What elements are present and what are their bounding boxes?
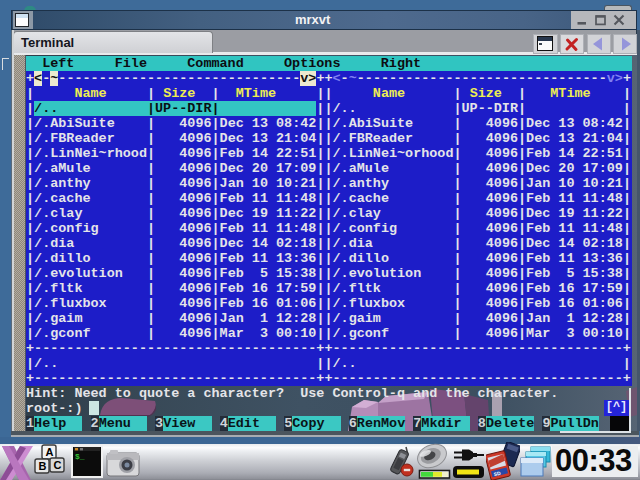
- svg-text:C: C: [54, 459, 62, 471]
- svg-text:$_: $_: [75, 452, 85, 461]
- svg-text:B: B: [39, 460, 47, 472]
- svg-text:A: A: [46, 446, 54, 458]
